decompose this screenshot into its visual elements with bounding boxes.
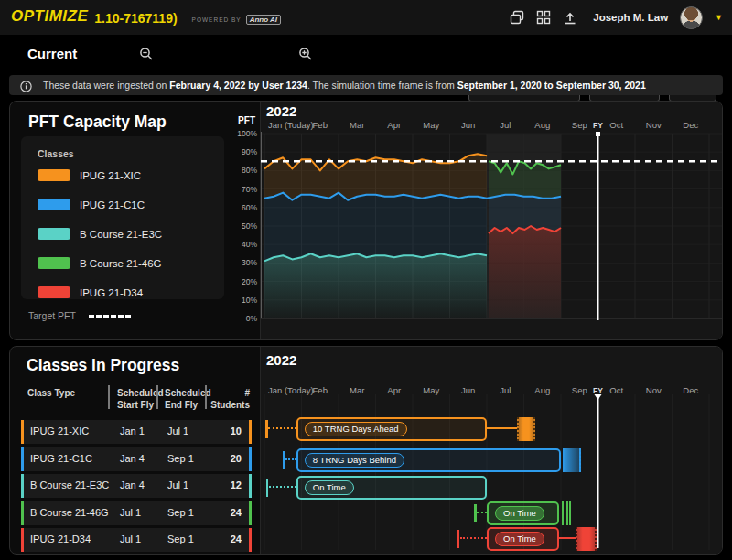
end-fly-cell: Jul 1: [167, 425, 188, 436]
gantt-projected-block[interactable]: [517, 417, 535, 441]
banner-ingest-date: February 4, 2022 by User 1234: [169, 80, 307, 91]
capacity-plot[interactable]: [261, 132, 723, 326]
red-swatch: [38, 286, 70, 298]
gantt-status-badge: 8 TRNG Days Behind: [305, 453, 404, 468]
banner-segment: These data were ingested on: [43, 80, 169, 91]
legend-item-label: IPUG 21-D34: [80, 287, 143, 298]
gantt-start-tick: [458, 530, 460, 548]
gantt-dotted-connector: [285, 458, 296, 460]
upload-icon[interactable]: [563, 10, 577, 25]
legend-item-red[interactable]: IPUG 21-D34: [38, 286, 143, 298]
user-avatar[interactable]: [680, 6, 703, 29]
capacity-month-axis: Jan (Today)FebMarAprMayJunJulAugSepOctNo…: [261, 120, 723, 133]
green-swatch: [38, 257, 70, 269]
banner-segment: . The simulation time frame is from: [307, 80, 458, 91]
gantt-dotted-connector: [477, 512, 487, 513]
class-type-cell: IPUG 21-XIC: [30, 425, 89, 436]
banner-sim-range: September 1, 2020 to September 30, 2021: [458, 80, 646, 91]
optimize-dashboard: OPTIMIZE 1.10-7167119) POWERED BY Anno A…: [0, 0, 732, 560]
legend-item-label: IPUG 21-C1C: [80, 199, 145, 210]
y-axis-tick: 100%: [228, 129, 257, 138]
legend-item-blue[interactable]: IPUG 21-C1C: [38, 199, 145, 210]
gantt-dotted-connector: [269, 486, 296, 488]
target-pft-row: Target PFT: [28, 310, 131, 321]
teal-swatch: [38, 228, 70, 240]
students-cell: 12: [231, 479, 242, 490]
start-fly-cell: Jan 4: [120, 479, 145, 490]
orange-swatch: [38, 169, 70, 181]
class-type-cell: B Course 21-46G: [30, 507, 109, 518]
gantt-projected-block[interactable]: [576, 527, 597, 551]
month-label: Apr: [387, 120, 401, 130]
blue-swatch: [38, 199, 70, 210]
start-fly-cell: Jan 4: [120, 453, 145, 464]
gantt-status-badge: 10 TRNG Days Ahead: [305, 422, 407, 436]
gantt-bar-ipug-21-c1c[interactable]: 8 TRNG Days Behind: [296, 448, 561, 472]
gantt-start-tick: [266, 479, 269, 497]
y-axis-tick: 50%: [228, 221, 257, 231]
students-cell: 24: [231, 533, 242, 544]
month-label: Jul: [500, 120, 511, 130]
zoom-in-icon[interactable]: [298, 47, 313, 61]
legend-item-label: B Course 21-E3C: [80, 229, 162, 240]
y-axis-tick: 40%: [228, 240, 257, 249]
class-row-ipug-21-c1c[interactable]: IPUG 21-C1C Jan 4 Sep 1 20: [21, 447, 252, 471]
end-fly-cell: Jul 1: [167, 479, 188, 490]
y-axis-tick: 0%: [228, 314, 257, 323]
gantt-start-tick: [283, 451, 285, 469]
user-name: Joseph M. Law: [593, 12, 668, 23]
gantt-rows: 10 TRNG Days Ahead8 TRNG Days BehindOn T…: [261, 347, 722, 554]
gantt-bar-ipug-21-xic[interactable]: 10 TRNG Days Ahead: [296, 417, 487, 441]
gantt-solid-connector: [487, 427, 517, 429]
gantt-status-badge: On Time: [305, 480, 354, 495]
legend-item-label: B Course 21-46G: [80, 258, 162, 269]
classes-in-progress-title: Classes in Progress: [27, 356, 179, 375]
col-end-fly: Scheduled End Fly: [165, 387, 203, 411]
legend-title: Classes: [38, 148, 74, 159]
windows-layers-icon[interactable]: [510, 10, 524, 25]
capacity-map-title: PFT Capacity Map: [28, 113, 167, 132]
pft-capacity-map-panel: PFT Capacity Map PFT Classes IPUG 21-XIC…: [9, 101, 723, 340]
gantt-bar-ipug-21-d34[interactable]: On Time: [487, 527, 559, 551]
y-axis-tick: 70%: [228, 185, 257, 194]
gantt-bar-b-course-21-e3c[interactable]: On Time: [296, 476, 487, 500]
end-fly-cell: Sep 1: [167, 507, 194, 518]
app-version: 1.10-7167119): [94, 11, 177, 26]
start-fly-cell: Jul 1: [120, 507, 141, 518]
col-class-type: Class Type: [27, 387, 102, 399]
app-name: OPTIMIZE: [11, 7, 88, 26]
apps-grid-icon[interactable]: [536, 10, 551, 25]
legend-item-orange[interactable]: IPUG 21-XIC: [38, 169, 141, 181]
legend-item-green[interactable]: B Course 21-46G: [38, 257, 162, 269]
gantt-solid-connector: [559, 537, 576, 539]
capacity-year-left: 2022: [266, 103, 296, 119]
gantt-bar-b-course-21-46g[interactable]: On Time: [487, 501, 559, 525]
target-pft-label: Target PFT: [28, 310, 76, 321]
students-cell: 10: [231, 425, 242, 436]
gantt-projected-block[interactable]: [562, 501, 571, 525]
month-label: Nov: [646, 120, 662, 130]
month-label: Feb: [313, 120, 328, 130]
fy-marker-label: FY: [593, 121, 603, 130]
gantt-start-tick: [474, 504, 477, 522]
class-type-cell: IPUG 21-C1C: [30, 453, 92, 464]
class-row-b-course-21-46g[interactable]: B Course 21-46G Jul 1 Sep 1 24: [21, 501, 252, 525]
start-fly-cell: Jul 1: [120, 533, 141, 544]
class-row-ipug-21-d34[interactable]: IPUG 21-D34 Jul 1 Sep 1 24: [21, 528, 252, 552]
class-row-b-course-21-e3c[interactable]: B Course 21-E3C Jan 4 Jul 1 12: [21, 474, 252, 498]
info-icon: [20, 80, 32, 92]
view-toolbar: Current Squadron 310th ▼ Run Scenario Ed…: [0, 35, 732, 71]
students-cell: 20: [231, 453, 242, 464]
class-row-ipug-21-xic[interactable]: IPUG 21-XIC Jan 1 Jul 1 10: [21, 420, 252, 444]
zoom-out-icon[interactable]: [139, 47, 154, 61]
user-menu-caret-icon[interactable]: ▼: [715, 13, 723, 22]
month-label: Aug: [534, 120, 550, 130]
month-label: Mar: [350, 120, 364, 130]
ingest-info-text: These data were ingested on February 4, …: [43, 80, 646, 91]
month-label: Jun: [461, 120, 475, 130]
header-divider: [108, 385, 110, 409]
legend-item-teal[interactable]: B Course 21-E3C: [38, 228, 162, 240]
capacity-chart-zone: 2022 20 Jan (Today)FebMarAprMayJunJulAug…: [260, 102, 722, 339]
gantt-projected-block[interactable]: [563, 448, 581, 472]
students-cell: 24: [231, 507, 242, 518]
